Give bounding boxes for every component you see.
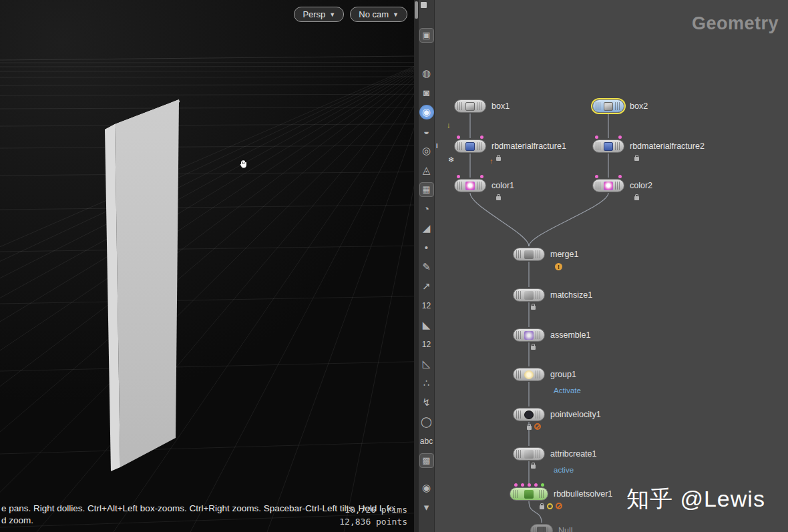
node-label-color1: color1 [491,181,514,190]
flag-dot [480,175,483,178]
toolbar-more-icon[interactable]: ▾ [419,500,434,515]
3d-viewport[interactable]: Persp ▼ No cam ▼ e pans. Right dollies. … [0,0,414,532]
node-rbdbulletsolver1[interactable]: rbdbulletsolver1 [510,487,548,501]
node-color1[interactable]: color1 [454,179,486,192]
lock-flag-icon[interactable] [531,306,536,310]
wrench-tool-icon[interactable]: ◢ [419,221,434,236]
toolbar-scrollbar[interactable] [414,0,419,532]
flag-dot [534,483,538,487]
background-image-icon[interactable]: ▩ [419,453,434,468]
current-view-icon[interactable]: ◉ [419,105,434,119]
node-flags [496,155,501,161]
node-grip [596,182,602,190]
node-grip [457,182,463,190]
selection-box-icon[interactable]: ▣ [419,28,434,43]
highlight-flag-icon[interactable] [547,503,553,509]
lock-flag-icon[interactable] [634,196,639,200]
arrow-down-flag-icon[interactable]: ↓ [447,121,451,129]
wire-color1-to-merge1 [470,193,529,246]
bypass-flag-icon[interactable] [556,503,562,509]
arrow-up-flag-icon[interactable]: ↑ [489,158,494,165]
watermark-text: 知乎 @Lewis [626,484,765,515]
node-grip [516,250,522,258]
lightning-icon[interactable]: ↯ [419,395,434,410]
node-grip [596,142,602,150]
node-matchsize1[interactable]: matchsize1 [513,288,545,302]
node-box2[interactable]: box2 [592,99,624,113]
display-pin-icon[interactable]: ◎ [419,144,434,158]
node-rbdmaterialfracture2[interactable]: rbdmaterialfracture2 [592,140,624,153]
node-merge1[interactable]: merge1! [513,248,545,261]
node-grip [539,490,545,498]
node-label-rbdmaterialfracture2: rbdmaterialfracture2 [630,142,705,151]
network-editor[interactable]: Geometry box1box2↓❄↑irbdmaterialfracture… [434,0,788,532]
node-null1[interactable]: Null [530,524,553,532]
node-label-box2: box2 [630,101,648,111]
dropper-icon[interactable]: ↗ [419,279,434,294]
node-grip [536,450,542,458]
attribcreate-icon [524,450,534,459]
camera-menu-button[interactable]: No cam ▼ [350,7,407,22]
node-rbdmaterialfracture1[interactable]: ↓❄↑irbdmaterialfracture1 [454,140,486,153]
lock-icon[interactable]: ◍ [419,66,434,81]
brush-icon[interactable]: ✎ [419,260,434,274]
flag-dot [618,175,622,178]
node-flag-dots [593,175,624,178]
chevron-down-icon: ▼ [329,11,335,18]
node-group1[interactable]: group1Activate [513,368,545,381]
lock-flag-icon[interactable] [540,505,544,509]
node-grip [534,527,540,532]
node-label-assemble1: assemble1 [550,330,590,340]
node-box1[interactable]: box1 [454,99,486,113]
node-flags [527,423,541,430]
node-color2[interactable]: color2 [592,179,624,192]
node-pointvelocity1[interactable]: pointvelocity1 [513,408,545,421]
node-label-rbdmaterialfracture1: rbdmaterialfracture1 [491,142,566,151]
shading-droplet-icon[interactable]: ◒ [419,124,434,139]
ruler-icon[interactable]: ◺ [419,356,434,371]
point-marker-icon[interactable]: • [419,240,434,255]
text-display-label[interactable]: abc [420,434,433,449]
node-grip [477,142,483,150]
point-size-label[interactable]: 12 [422,298,431,313]
help-line-1: e pans. Right dollies. Ctrl+Alt+Left box… [1,503,394,515]
lock-flag-icon[interactable] [531,465,536,469]
freeze-flag-icon[interactable]: ❄ [448,156,454,164]
scrollbar-top-button[interactable] [421,2,427,8]
persp-menu-button[interactable]: Persp ▼ [294,7,344,22]
node-wires [435,0,788,532]
node-grip [615,142,621,150]
hook-tool-icon[interactable]: ◔ [419,202,434,216]
prims-count: 10,726 prims [339,504,407,516]
flag-dot [595,175,598,178]
node-flags [634,155,639,161]
bypass-flag-icon[interactable] [534,423,541,430]
node-grip [477,182,483,190]
points-count: 12,836 points [339,516,407,528]
brush-size-icon[interactable]: ◣ [419,318,434,332]
snapping-icon[interactable]: ◙ [419,85,434,100]
warning-badge-icon[interactable]: ! [555,263,562,270]
particles-icon[interactable]: ∴ [419,376,434,390]
node-attribcreate1[interactable]: attribcreate1active [513,447,545,461]
lock-flag-icon[interactable] [634,157,639,161]
viewport-layout-icon[interactable]: ▦ [419,182,434,197]
lock-flag-icon[interactable] [527,426,532,430]
flag-dot [528,483,531,487]
scrollbar-thumb[interactable] [415,1,418,19]
chevron-down-icon: ▼ [393,11,399,18]
normal-size-label[interactable]: 12 [422,337,431,352]
fracture-icon [465,142,475,151]
lock-flag-icon[interactable] [531,346,536,350]
lock-flag-icon[interactable] [496,196,501,200]
orbit-gimbal-icon[interactable]: ◬ [419,163,434,178]
lock-flag-icon[interactable] [496,157,501,161]
node-label-null1: Null [558,526,573,532]
sphere-icon[interactable]: ◯ [419,415,434,429]
flag-dot [521,483,524,487]
info-flag-icon[interactable]: i [436,142,437,150]
node-assemble1[interactable]: assemble1 [513,328,545,342]
viewport-view-menus: Persp ▼ No cam ▼ [294,7,407,22]
view-pin-icon[interactable]: ◉ [419,481,434,495]
node-label-pointvelocity1: pointvelocity1 [550,410,601,419]
